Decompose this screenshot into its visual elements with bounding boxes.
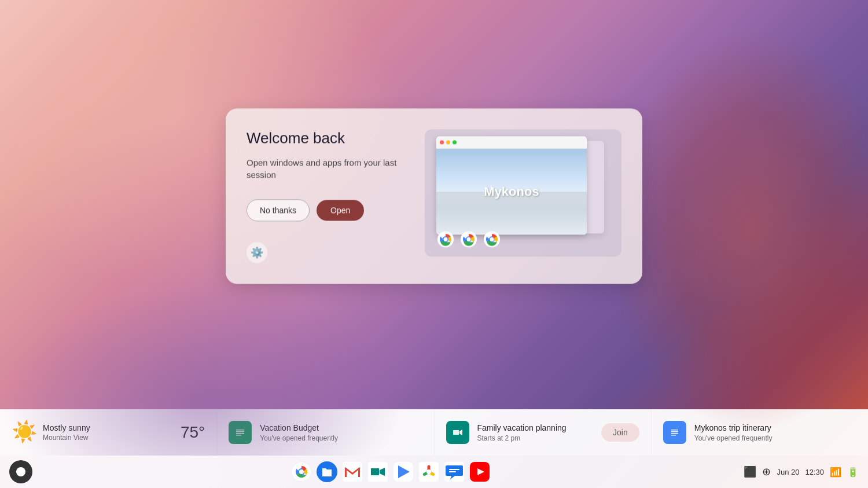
- browser-maximize-dot: [453, 140, 457, 144]
- vacation-budget-subtitle: You've opened frequently: [260, 434, 422, 442]
- svg-rect-19: [671, 431, 678, 432]
- svg-rect-14: [236, 433, 244, 434]
- weather-info: Mostly sunny Mountain View: [43, 423, 181, 442]
- join-button[interactable]: Join: [601, 423, 639, 442]
- chrome-app[interactable]: [290, 460, 313, 483]
- dialog-left: Welcome back Open windows and apps from …: [247, 129, 407, 263]
- preview-chrome-icons: [436, 230, 501, 248]
- gear-button[interactable]: ⚙️: [247, 242, 267, 263]
- browser-content: Mykonos: [436, 149, 587, 234]
- gear-icon: ⚙️: [251, 246, 263, 259]
- taskbar: ⬛ ⊕ Jun 20 12:30 📶 🔋: [0, 456, 868, 488]
- preview-mykonos-text: Mykonos: [484, 184, 539, 199]
- wifi-icon: 📶: [830, 467, 841, 478]
- preview-chrome-icon-1: [436, 230, 455, 248]
- family-planning-title: Family vacation planning: [477, 423, 594, 432]
- desktop: Welcome back Open windows and apps from …: [0, 0, 868, 488]
- play-app[interactable]: [392, 460, 415, 483]
- svg-rect-12: [236, 430, 244, 431]
- gmail-app[interactable]: [341, 460, 364, 483]
- svg-rect-17: [668, 425, 682, 439]
- svg-rect-13: [236, 431, 244, 432]
- mykonos-subtitle: You've opened frequently: [694, 434, 856, 442]
- svg-rect-20: [671, 433, 678, 434]
- family-planning-card[interactable]: Family vacation planning Starts at 2 pm …: [435, 409, 652, 456]
- svg-point-10: [490, 237, 494, 241]
- svg-rect-35: [449, 469, 459, 470]
- mykonos-info: Mykonos trip itinerary You've opened fre…: [694, 423, 856, 442]
- open-button[interactable]: Open: [317, 200, 364, 221]
- dialog-preview: Mykonos: [425, 129, 621, 256]
- docs-card-icon: [663, 421, 686, 444]
- youtube-app[interactable]: [468, 460, 491, 483]
- shelf-cards: ☀️ Mostly sunny Mountain View 75° Vacati…: [0, 409, 868, 456]
- screen-capture-icon: ⬛: [744, 465, 756, 478]
- weather-icon: ☀️: [12, 420, 37, 445]
- weather-condition: Mostly sunny: [43, 423, 181, 432]
- messages-app[interactable]: [443, 460, 466, 483]
- dialog-subtitle: Open windows and apps from your last ses…: [247, 156, 407, 181]
- date-display: Jun 20: [777, 468, 799, 476]
- sheets-icon: [229, 421, 252, 444]
- weather-location: Mountain View: [43, 434, 181, 442]
- svg-point-4: [444, 237, 448, 241]
- weather-card[interactable]: ☀️ Mostly sunny Mountain View 75°: [0, 409, 217, 456]
- svg-rect-21: [671, 435, 676, 436]
- battery-icon: 🔋: [847, 467, 859, 478]
- preview-chrome-icon-3: [483, 230, 501, 248]
- vacation-budget-title: Vacation Budget: [260, 423, 422, 432]
- family-planning-info: Family vacation planning Starts at 2 pm: [477, 423, 594, 442]
- preview-browser-main: Mykonos: [436, 136, 587, 234]
- browser-toolbar: [436, 136, 587, 149]
- mykonos-card[interactable]: Mykonos trip itinerary You've opened fre…: [652, 409, 868, 456]
- weather-temperature: 75°: [181, 423, 205, 442]
- launcher-icon: [16, 467, 25, 476]
- meet-app[interactable]: [366, 460, 389, 483]
- time-display: 12:30: [805, 468, 824, 476]
- svg-rect-11: [233, 425, 247, 439]
- svg-point-7: [467, 237, 471, 241]
- photos-app[interactable]: [417, 460, 440, 483]
- svg-rect-18: [671, 430, 678, 431]
- mykonos-title: Mykonos trip itinerary: [694, 423, 856, 432]
- launcher-button[interactable]: [9, 460, 32, 483]
- browser-minimize-dot: [446, 140, 450, 144]
- taskbar-apps: [37, 460, 744, 483]
- taskbar-status: ⬛ ⊕ Jun 20 12:30 📶 🔋: [744, 465, 859, 478]
- family-planning-subtitle: Starts at 2 pm: [477, 434, 594, 442]
- no-thanks-button[interactable]: No thanks: [247, 199, 310, 221]
- add-icon: ⊕: [762, 465, 771, 478]
- dialog-buttons: No thanks Open: [247, 199, 407, 221]
- files-app[interactable]: [315, 460, 339, 483]
- dialog-title: Welcome back: [247, 129, 407, 147]
- svg-point-24: [299, 469, 304, 474]
- meet-card-icon: [446, 421, 469, 444]
- vacation-budget-info: Vacation Budget You've opened frequently: [260, 423, 422, 442]
- svg-point-33: [426, 469, 431, 474]
- svg-rect-15: [236, 435, 241, 436]
- preview-chrome-icon-2: [459, 230, 478, 248]
- main-area: Welcome back Open windows and apps from …: [0, 0, 868, 409]
- svg-rect-36: [449, 471, 456, 472]
- welcome-dialog: Welcome back Open windows and apps from …: [226, 108, 642, 284]
- browser-close-dot: [440, 140, 444, 144]
- vacation-budget-card[interactable]: Vacation Budget You've opened frequently: [217, 409, 434, 456]
